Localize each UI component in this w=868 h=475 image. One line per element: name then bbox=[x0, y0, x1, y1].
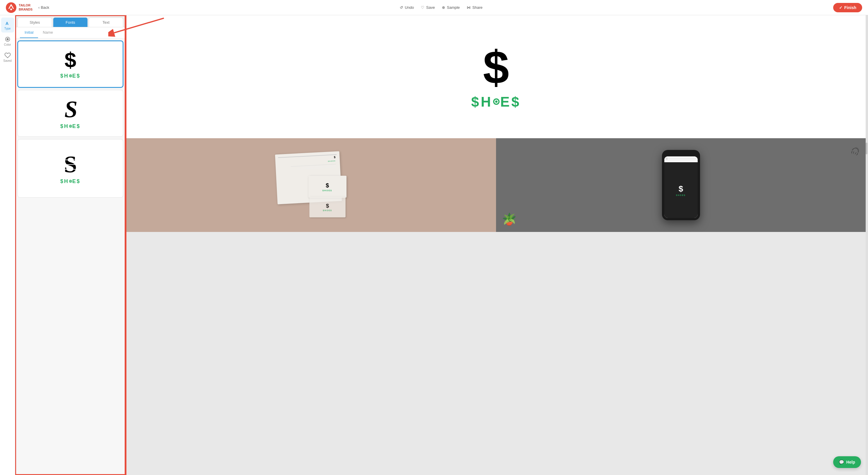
sidebar-item-type[interactable]: A Type bbox=[1, 18, 14, 32]
sample-label: Sample bbox=[447, 5, 460, 10]
business-card-top: $ $HOE$ bbox=[308, 176, 346, 198]
help-label: Help bbox=[846, 460, 855, 465]
brand-name: TAILOR BRANDS bbox=[19, 3, 32, 11]
preview-circle-icon bbox=[493, 98, 500, 105]
undo-label: Undo bbox=[405, 5, 414, 10]
font-card-3[interactable]: S $HE$ bbox=[18, 139, 123, 198]
heart-icon: ♡ bbox=[421, 5, 424, 10]
font-initial-display-2: S bbox=[64, 97, 76, 121]
earphones-decoration: 🎧 bbox=[850, 146, 861, 157]
finish-label: Finish bbox=[844, 5, 856, 10]
sample-icon: ⊕ bbox=[442, 5, 445, 10]
font-card-1[interactable]: $ $HE$ bbox=[18, 41, 123, 88]
sidebar-item-saved[interactable]: Saved bbox=[1, 50, 14, 65]
phone-device: $ $HOE$ bbox=[662, 150, 700, 220]
business-card-bottom: $ $HOE$ bbox=[309, 197, 346, 217]
panel-tab-bar: Styles Fonts Text bbox=[15, 15, 126, 27]
tab-text[interactable]: Text bbox=[89, 18, 123, 27]
sidebar-icons: A Type Color Saved bbox=[0, 15, 15, 475]
font-initial-display-1: $ bbox=[64, 50, 76, 70]
card-stack: $ $HOE$ $ $HOE$ bbox=[308, 176, 346, 220]
panel-sub-tabs: Initial Name bbox=[15, 27, 126, 38]
finish-button[interactable]: ✓ Finish bbox=[833, 3, 862, 12]
color-icon bbox=[4, 36, 11, 42]
stationery-mockup: $ $HOE$ $ $HOE$ $ bbox=[126, 138, 496, 232]
main-layout: A Type Color Saved Styles Fonts Text bbox=[0, 15, 868, 475]
mockup-section: $ $HOE$ $ $HOE$ $ bbox=[126, 138, 866, 232]
plant-decoration: 🪴 bbox=[502, 212, 517, 226]
app-header: TAILOR BRANDS ‹ Back ↺ Undo ♡ Save ⊕ Sam… bbox=[0, 0, 868, 15]
font-brand-display-3: $HE$ bbox=[60, 178, 81, 184]
back-label: Back bbox=[41, 5, 49, 10]
phone-screen: $ $HOE$ bbox=[664, 156, 698, 218]
font-initial-display-3: S bbox=[64, 153, 77, 176]
font-card-2[interactable]: S $HE$ bbox=[18, 90, 123, 137]
canvas-area: $ $H E$ $ $HOE$ bbox=[126, 15, 866, 475]
sub-tab-name[interactable]: Name bbox=[38, 27, 58, 38]
svg-point-4 bbox=[7, 38, 8, 40]
checkmark-icon: ✓ bbox=[839, 5, 842, 10]
sample-button[interactable]: ⊕ Sample bbox=[442, 5, 460, 10]
svg-text:A: A bbox=[5, 21, 8, 26]
type-icon: A bbox=[4, 20, 11, 26]
header-actions: ↺ Undo ♡ Save ⊕ Sample ⋈ Share bbox=[400, 5, 483, 10]
sidebar-item-color[interactable]: Color bbox=[1, 34, 14, 49]
stationery-stack: $ $HOE$ $ $HOE$ $ bbox=[273, 150, 349, 220]
scrollbar-thumb[interactable] bbox=[866, 143, 867, 154]
logo-preview: $ $H E$ bbox=[126, 15, 866, 138]
phone-logo-brand: $HOE$ bbox=[676, 194, 686, 196]
font-brand-display-2: $HE$ bbox=[60, 123, 81, 129]
heart-saved-icon bbox=[4, 52, 11, 59]
share-label: Share bbox=[472, 5, 483, 10]
fonts-panel: Styles Fonts Text Initial Name $ $HE$ S … bbox=[15, 15, 126, 475]
phone-notch bbox=[675, 152, 687, 154]
svg-point-1 bbox=[10, 8, 12, 10]
sidebar-color-label: Color bbox=[4, 43, 11, 46]
header-left: TAILOR BRANDS ‹ Back bbox=[6, 2, 49, 13]
font-list: $ $HE$ S $HE$ S bbox=[15, 38, 126, 475]
undo-icon: ↺ bbox=[400, 5, 403, 10]
back-button[interactable]: ‹ Back bbox=[38, 5, 49, 10]
font-brand-display-1: $HE$ bbox=[60, 73, 81, 79]
phone-mockup-container: 🪴 $ $HOE$ bbox=[496, 138, 866, 232]
logo: TAILOR BRANDS bbox=[6, 2, 32, 13]
undo-button[interactable]: ↺ Undo bbox=[400, 5, 414, 10]
help-button[interactable]: 💬 Help bbox=[833, 456, 861, 468]
logo-icon bbox=[6, 2, 17, 13]
tab-styles[interactable]: Styles bbox=[18, 18, 52, 27]
sub-tab-initial[interactable]: Initial bbox=[20, 27, 38, 38]
share-icon: ⋈ bbox=[467, 5, 471, 10]
main-scrollbar[interactable] bbox=[866, 15, 868, 475]
save-button[interactable]: ♡ Save bbox=[421, 5, 435, 10]
tab-fonts[interactable]: Fonts bbox=[53, 18, 88, 27]
sidebar-saved-label: Saved bbox=[3, 59, 11, 62]
svg-point-0 bbox=[6, 2, 17, 13]
sidebar-type-label: Type bbox=[4, 27, 11, 30]
save-label: Save bbox=[426, 5, 435, 10]
preview-symbol: $ bbox=[483, 44, 509, 91]
chat-icon: 💬 bbox=[839, 460, 844, 465]
preview-brand-name: $H E$ bbox=[471, 94, 521, 110]
phone-logo-symbol: $ bbox=[679, 184, 683, 194]
share-button[interactable]: ⋈ Share bbox=[467, 5, 483, 10]
back-chevron-icon: ‹ bbox=[38, 5, 39, 10]
